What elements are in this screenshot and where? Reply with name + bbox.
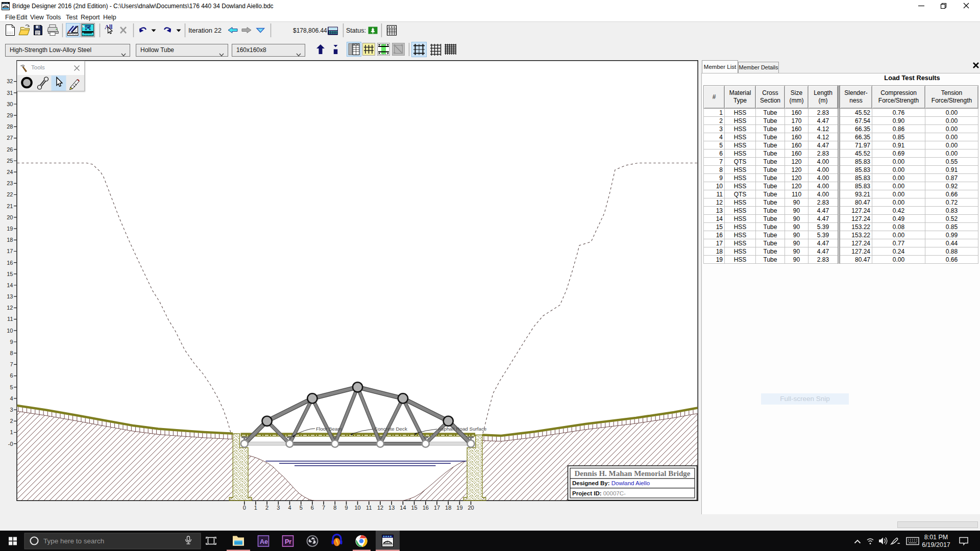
svg-text:$178,806.44: $178,806.44: [293, 27, 327, 34]
svg-text:18: 18: [7, 237, 13, 243]
svg-text:28: 28: [7, 123, 13, 130]
svg-text:Ae: Ae: [260, 538, 268, 545]
svg-text:27: 27: [7, 135, 13, 141]
svg-text:9: 9: [345, 505, 348, 511]
svg-text:31: 31: [7, 90, 13, 96]
svg-text:2: 2: [10, 418, 13, 424]
svg-text:13: 13: [388, 505, 395, 511]
svg-text:5: 5: [300, 505, 303, 511]
svg-text:16: 16: [423, 505, 429, 511]
svg-text:Iteration 22: Iteration 22: [188, 27, 222, 34]
svg-text:22: 22: [7, 191, 13, 197]
svg-text:18: 18: [445, 505, 451, 511]
svg-text:21: 21: [7, 203, 13, 209]
svg-text:10: 10: [7, 328, 13, 334]
svg-text:19: 19: [7, 226, 13, 232]
svg-text:Asphalt Road Surface: Asphalt Road Surface: [438, 426, 487, 432]
svg-text:0: 0: [243, 505, 246, 511]
svg-text:32: 32: [7, 78, 13, 84]
svg-text:8: 8: [10, 350, 13, 356]
svg-text:6/19/2017: 6/19/2017: [922, 541, 950, 548]
svg-text:16: 16: [7, 260, 13, 266]
svg-text:14: 14: [7, 282, 13, 288]
svg-text:3: 3: [277, 505, 280, 511]
svg-text:Designed By: Dowland Aiello: Designed By: Dowland Aiello: [572, 480, 650, 486]
svg-text:30: 30: [7, 101, 13, 107]
svg-text:15: 15: [7, 271, 13, 277]
svg-text:13: 13: [7, 293, 13, 299]
svg-text:29: 29: [7, 112, 13, 118]
svg-text:4: 4: [10, 395, 13, 402]
svg-text:Floor Beam: Floor Beam: [316, 426, 342, 432]
svg-text:Concrete Deck: Concrete Deck: [374, 426, 407, 432]
svg-text:11: 11: [7, 316, 13, 322]
svg-text:8:01 PM: 8:01 PM: [924, 534, 948, 541]
svg-text:7: 7: [322, 505, 325, 511]
svg-text:10: 10: [354, 505, 360, 511]
svg-text:Status:: Status:: [346, 27, 366, 34]
svg-text:12: 12: [7, 305, 13, 311]
svg-text:17: 17: [434, 505, 440, 511]
svg-text:Project ID: 00007C-: Project ID: 00007C-: [572, 490, 626, 496]
svg-text:23: 23: [7, 180, 13, 186]
svg-text:2: 2: [265, 505, 268, 511]
svg-text:6: 6: [10, 372, 13, 379]
svg-text:1: 1: [254, 505, 257, 511]
svg-text:7: 7: [10, 361, 13, 367]
svg-text:17: 17: [7, 248, 13, 254]
svg-text:15: 15: [411, 505, 417, 511]
svg-text:5: 5: [10, 384, 13, 390]
svg-text:Pr: Pr: [285, 538, 291, 545]
svg-text:Dennis H. Mahan Memorial Bridg: Dennis H. Mahan Memorial Bridge: [574, 469, 690, 478]
svg-text:1: 1: [10, 429, 13, 435]
svg-text:19: 19: [456, 505, 462, 511]
svg-text:25: 25: [7, 158, 13, 164]
svg-text:4: 4: [288, 505, 291, 511]
svg-text:Type here to search: Type here to search: [43, 537, 104, 545]
svg-text:8: 8: [333, 505, 336, 511]
svg-text:11: 11: [366, 505, 372, 511]
svg-text:20: 20: [468, 505, 474, 511]
svg-text:14: 14: [400, 505, 406, 511]
svg-text:24: 24: [7, 169, 13, 175]
svg-text:9: 9: [10, 339, 13, 345]
svg-text:26: 26: [7, 146, 13, 153]
svg-text:12: 12: [377, 505, 383, 511]
svg-text:20: 20: [7, 214, 13, 220]
svg-text:3: 3: [10, 407, 13, 413]
svg-text:6: 6: [311, 505, 314, 511]
svg-text:-0: -0: [8, 441, 13, 447]
